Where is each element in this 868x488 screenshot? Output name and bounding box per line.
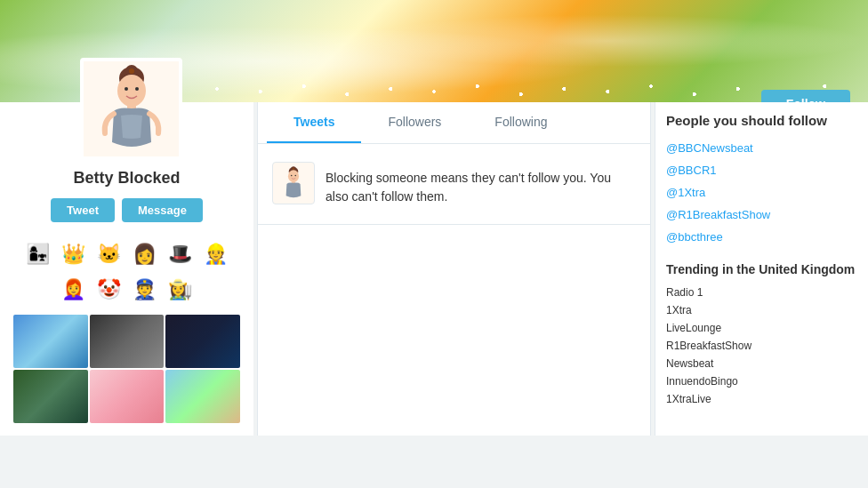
emoji-3: 🐱 [93, 238, 125, 270]
emoji-9: 👮 [129, 274, 161, 306]
emoji-2: 👑 [58, 238, 90, 270]
trending-5[interactable]: Newsbeat [666, 355, 857, 372]
emoji-5: 🎩 [165, 238, 197, 270]
blocked-message: Blocking someone means they can't follow… [258, 144, 650, 225]
left-sidebar: Betty Blocked Tweet Message 👩‍👧 👑 🐱 👩 🎩 … [0, 102, 253, 436]
suggestion-1[interactable]: @BBCNewsbeat [666, 137, 857, 159]
blocked-avatar-icon [272, 162, 315, 204]
emoji-7: 👩‍🦰 [58, 274, 90, 306]
photo-3[interactable] [165, 315, 240, 368]
trending-title: Trending in the United Kingdom [666, 262, 857, 276]
emoji-8: 🤡 [93, 274, 125, 306]
profile-name: Betty Blocked [0, 169, 253, 188]
suggestion-3[interactable]: @1Xtra [666, 181, 857, 204]
svg-point-2 [129, 68, 134, 74]
svg-point-4 [125, 87, 128, 91]
tabs: Tweets Followers Following [258, 102, 650, 144]
blocked-text: Blocking someone means they can't follow… [326, 162, 636, 206]
svg-point-11 [291, 175, 293, 177]
svg-point-12 [295, 175, 297, 177]
emoji-10: 👩‍🌾 [165, 274, 197, 306]
follow-button[interactable]: Follow [761, 90, 850, 102]
tab-followers[interactable]: Followers [361, 102, 468, 143]
trending-7[interactable]: 1XtraLive [666, 390, 857, 408]
emoji-6: 👷 [200, 238, 232, 270]
photo-6[interactable] [165, 370, 240, 423]
trending-1[interactable]: Radio 1 [666, 284, 857, 301]
emoji-1: 👩‍👧 [22, 238, 54, 270]
emoji-grid: 👩‍👧 👑 🐱 👩 🎩 👷 👩‍🦰 🤡 👮 👩‍🌾 [0, 233, 253, 311]
avatar [80, 58, 182, 160]
trending-3[interactable]: LiveLounge [666, 319, 857, 337]
main-container: Betty Blocked Tweet Message 👩‍👧 👑 🐱 👩 🎩 … [0, 102, 868, 436]
suggestion-4[interactable]: @R1BreakfastShow [666, 204, 857, 226]
tweet-button[interactable]: Tweet [51, 198, 115, 222]
trending-section: Trending in the United Kingdom Radio 1 1… [666, 262, 857, 408]
svg-point-10 [288, 170, 299, 182]
svg-point-5 [135, 87, 139, 91]
right-sidebar: People you should follow @BBCNewsbeat @B… [655, 102, 868, 436]
action-buttons: Tweet Message [0, 198, 253, 222]
suggestion-2[interactable]: @BBCR1 [666, 159, 857, 181]
svg-point-9 [293, 168, 294, 170]
suggestion-5[interactable]: @bbcthree [666, 226, 857, 248]
emoji-4: 👩 [129, 238, 161, 270]
photo-1[interactable] [13, 315, 88, 368]
message-button[interactable]: Message [122, 198, 203, 222]
svg-point-3 [117, 75, 146, 107]
trending-6[interactable]: InnuendoBingo [666, 372, 857, 390]
trending-4[interactable]: R1BreakfastShow [666, 337, 857, 355]
photo-grid [0, 311, 253, 427]
tab-tweets[interactable]: Tweets [267, 102, 361, 143]
avatar-image [84, 61, 179, 156]
photo-5[interactable] [90, 370, 165, 423]
photo-4[interactable] [13, 370, 88, 423]
photo-2[interactable] [90, 315, 165, 368]
center-content: Tweets Followers Following Blocking some [257, 102, 651, 436]
follow-suggestions-title: People you should follow [666, 113, 857, 128]
tab-following[interactable]: Following [468, 102, 574, 143]
trending-2[interactable]: 1Xtra [666, 301, 857, 319]
